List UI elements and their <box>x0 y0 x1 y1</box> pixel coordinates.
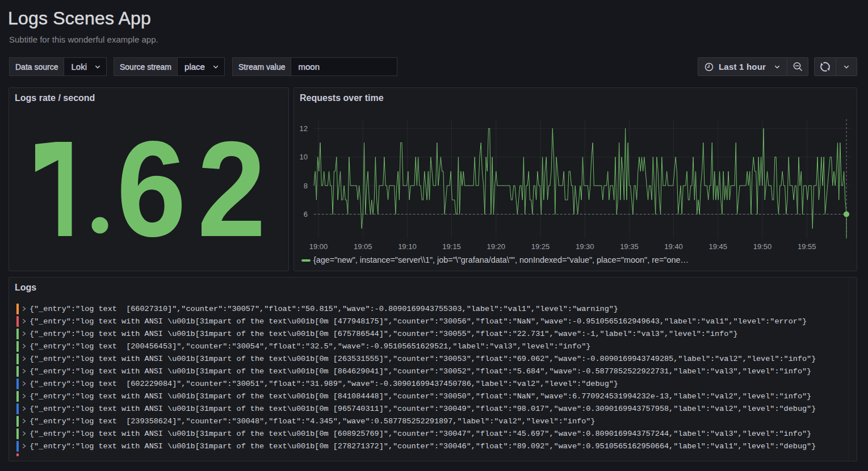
svg-text:2: 2 <box>197 113 266 265</box>
svg-text:6: 6 <box>116 112 186 265</box>
